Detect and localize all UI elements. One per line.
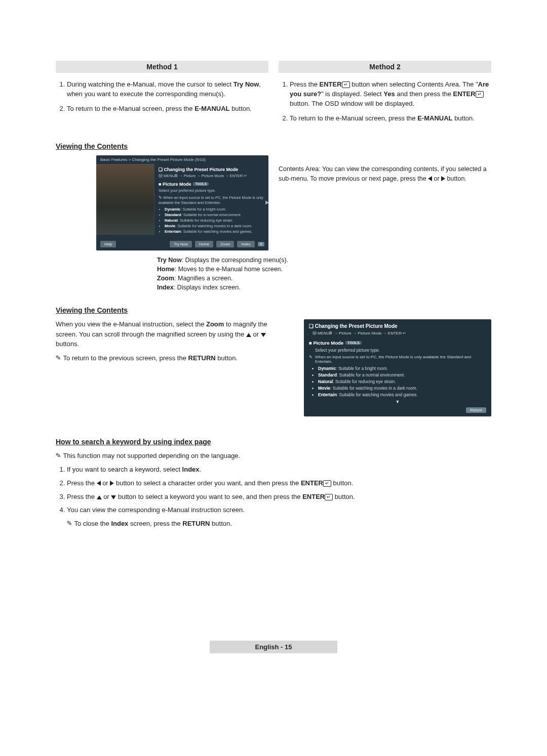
osd-thumbnail-image bbox=[96, 164, 154, 235]
text: or bbox=[101, 479, 110, 487]
home-button[interactable]: Home bbox=[195, 241, 213, 247]
osd-note-text: ✎ When an input source is set to PC, the… bbox=[159, 195, 264, 205]
text: : Displays index screen. bbox=[174, 284, 241, 291]
menu-icon: Ⓜ bbox=[159, 174, 163, 178]
text: Press the bbox=[290, 80, 320, 88]
square-icon: ❏ bbox=[159, 167, 163, 172]
zoom-note: When an input source is set to PC, the P… bbox=[309, 355, 486, 364]
method1-header: Method 1 bbox=[56, 61, 268, 73]
text: button. bbox=[333, 493, 355, 500]
zoom-menu-path: Ⓜ MENUⅢ → Picture → Picture Mode → ENTER… bbox=[309, 330, 486, 336]
text: When you view the e-Manual instruction, … bbox=[56, 320, 206, 328]
return-button[interactable]: Return bbox=[466, 407, 486, 413]
page-footer: English - 15 bbox=[56, 641, 491, 653]
text: or bbox=[251, 330, 261, 338]
help-button[interactable]: Help bbox=[100, 241, 116, 247]
text: : Suitable for watching movies and games… bbox=[181, 229, 253, 234]
text: Changing the Preset Picture Mode bbox=[164, 167, 239, 172]
text: Natural bbox=[318, 379, 333, 384]
index-search-heading: How to search a keyword by using index p… bbox=[56, 438, 491, 446]
tools-badge: TOOLS bbox=[193, 182, 208, 186]
index-lang-note: ✎ This function may not supported depend… bbox=[56, 451, 491, 461]
contents-area-callout: Contents Area: You can view the correspo… bbox=[279, 164, 491, 183]
text: This function may not supported dependin… bbox=[63, 452, 240, 459]
text: button. The OSD window will be displayed… bbox=[290, 100, 414, 107]
text: : Suitable for a normal environment. bbox=[181, 213, 242, 217]
return-note: ✎ To return to the previous screen, pres… bbox=[56, 353, 289, 363]
text: Dynamic bbox=[165, 207, 180, 212]
text: button to select a character order you w… bbox=[114, 479, 301, 487]
zoom-box-title: ❏ Changing the Preset Picture Mode bbox=[309, 323, 486, 329]
tools-badge: TOOLS bbox=[345, 341, 362, 345]
zoom-button[interactable]: Zoom bbox=[216, 241, 234, 247]
note-icon: ✎ bbox=[66, 519, 73, 530]
text: Movie bbox=[165, 224, 175, 228]
osd-subheading: ■ Picture ModeTOOLS bbox=[159, 182, 264, 187]
text: Movie bbox=[318, 386, 330, 391]
scroll-down-icon[interactable]: ▼ bbox=[309, 399, 486, 404]
text: Picture Mode bbox=[163, 182, 191, 187]
text: If you want to search a keyword, select bbox=[67, 466, 182, 473]
text: . bbox=[200, 466, 202, 473]
footer-pill: English - 15 bbox=[210, 641, 338, 653]
return-label: RETURN bbox=[188, 354, 216, 362]
list-item: Standard: Suitable for a normal environm… bbox=[165, 213, 264, 217]
text: button to select a keyword you want to s… bbox=[116, 493, 302, 500]
text: When an input source is set to PC, the P… bbox=[159, 195, 263, 205]
osd-panel-title: ❏ Changing the Preset Picture Mode bbox=[159, 167, 264, 172]
text: button. bbox=[331, 479, 353, 487]
osd-breadcrumb: Basic Features > Changing the Preset Pic… bbox=[96, 155, 268, 164]
square-icon: ❏ bbox=[309, 323, 314, 329]
text: button. bbox=[453, 114, 475, 122]
text: : Suitable for watching movies and games… bbox=[337, 392, 418, 397]
text: : Suitable for reducing eye strain. bbox=[178, 218, 233, 223]
zoom-mode-list: Dynamic: Suitable for a bright room. Sta… bbox=[309, 366, 486, 397]
text: : Moves to the e-Manual home screen. bbox=[175, 266, 283, 273]
enter-icon: ↵ bbox=[323, 480, 331, 487]
up-arrow-icon bbox=[246, 333, 251, 337]
text: : Suitable for watching movies in a dark… bbox=[175, 224, 252, 228]
text: MENU bbox=[318, 331, 330, 335]
method1-list: During watching the e-Manual, move the c… bbox=[56, 80, 268, 114]
down-arrow-icon bbox=[261, 333, 266, 337]
footer-page-number: 15 bbox=[285, 643, 292, 651]
zoom-return-row: Return bbox=[309, 407, 486, 412]
close-button[interactable]: X bbox=[258, 242, 264, 246]
osd-screenshot: Basic Features > Changing the Preset Pic… bbox=[96, 155, 268, 250]
text: MENU bbox=[164, 174, 175, 178]
try-now-label: Try Now bbox=[233, 80, 259, 88]
text: button when selecting Contents Area. The… bbox=[350, 80, 478, 88]
text: buttons. bbox=[56, 340, 79, 348]
viewing-row: Basic Features > Changing the Preset Pic… bbox=[56, 155, 491, 250]
enter-label: ENTER bbox=[320, 80, 342, 88]
text: Changing the Preset Picture Mode bbox=[315, 323, 398, 329]
try-now-label: Try Now bbox=[157, 257, 182, 264]
osd-menu-path: Ⓜ MENUⅢ → Picture → Picture Mode → ENTER… bbox=[159, 174, 264, 179]
text: Standard bbox=[165, 213, 181, 217]
try-now-button[interactable]: Try Now bbox=[170, 241, 192, 247]
osd-thumbnail-pane bbox=[96, 164, 154, 237]
list-item: Natural: Suitable for reducing eye strai… bbox=[165, 218, 264, 223]
index-label: Index bbox=[111, 520, 128, 527]
text: To return to the e-Manual screen, press … bbox=[290, 114, 417, 122]
search-step1: If you want to search a keyword, select … bbox=[67, 465, 491, 475]
text: → Picture → Picture Mode → ENTER bbox=[332, 331, 401, 335]
list-item: Entertain: Suitable for watching movies … bbox=[165, 229, 264, 234]
note-icon: ✎ bbox=[55, 353, 62, 363]
home-label: Home bbox=[157, 266, 175, 273]
enter-label: ENTER bbox=[301, 479, 323, 487]
enter-icon: ↵ bbox=[325, 494, 333, 500]
text: Press the bbox=[67, 493, 97, 500]
method1-step1: During watching the e-Manual, move the c… bbox=[67, 80, 268, 99]
zoom-screenshot: ❏ Changing the Preset Picture Mode Ⓜ MEN… bbox=[304, 319, 491, 416]
down-arrow-icon bbox=[111, 495, 116, 499]
methods-row: Method 1 During watching the e-Manual, m… bbox=[56, 61, 491, 128]
index-label: Index bbox=[182, 466, 200, 473]
osd-contents-area: ❏ Changing the Preset Picture Mode Ⓜ MEN… bbox=[154, 164, 268, 237]
index-button[interactable]: Index bbox=[237, 241, 254, 247]
text: → Picture → Picture Mode → ENTER bbox=[178, 174, 243, 178]
text: Dynamic bbox=[318, 366, 336, 371]
page-next-icon[interactable]: ▶ bbox=[265, 199, 269, 205]
method2-step2: To return to the e-Manual screen, press … bbox=[290, 114, 491, 123]
search-step3: Press the or button to select a keyword … bbox=[67, 492, 491, 502]
